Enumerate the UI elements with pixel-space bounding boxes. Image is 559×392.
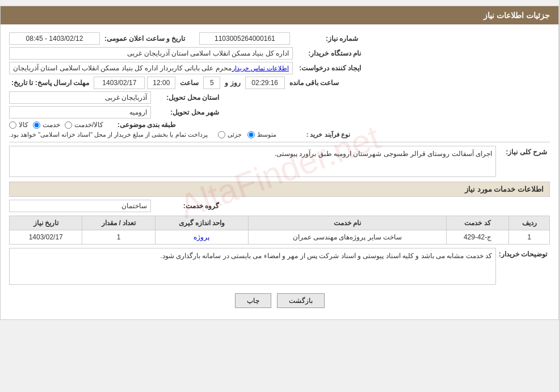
buyer-desc-value: کد خدمت مشابه می باشد و کلیه اسناد پیوست…: [9, 248, 496, 285]
gorooh-khadmat-label: گروه خدمت:: [151, 202, 219, 210]
nam-dastgah-row: نام دستگاه خریدار: اداره کل بنیاد مسکن ا…: [9, 47, 550, 60]
back-button[interactable]: بازگشت: [277, 293, 325, 308]
shahr-row: شهر محل تحویل: ارومیه: [9, 106, 550, 119]
ostan-label: استان محل تحویل:: [151, 94, 219, 102]
cell-radif: 1: [509, 230, 550, 245]
page-title: جزئیات اطلاعات نیاز: [484, 11, 550, 20]
tabaqe-khadmat-radio[interactable]: [33, 121, 40, 129]
tabaqe-khadmat-label: خدمت: [43, 121, 60, 129]
mohlat-row: ساعت باقی مانده 02:29:16 روز و 5 ساعت 12…: [9, 77, 550, 89]
tabaqe-kala-label: کالا: [19, 121, 28, 129]
shomara-niaz-label: شماره نیاز:: [290, 35, 358, 43]
col-vahed: واحد اندازه گیری: [155, 216, 248, 230]
print-button[interactable]: چاپ: [235, 293, 271, 308]
mohlat-rooz-label: روز و: [225, 79, 240, 87]
col-kod: کد خدمت: [446, 216, 509, 230]
gorooh-khadmat-row: گروه خدمت: ساختمان: [9, 200, 550, 212]
mohlat-date-value: 1403/02/17: [94, 77, 145, 89]
buyer-desc-content: کد خدمت مشابه می باشد و کلیه اسناد پیوست…: [9, 248, 496, 285]
sharh-koli-content: اجرای آسفالت روستای قرالر طسوجی شهرستان …: [9, 146, 496, 177]
buyer-desc-label: توضیحات خریدار:: [496, 248, 547, 258]
col-nam: نام خدمت: [249, 216, 447, 230]
ijad-konande-text: محرم علی باباتی کاربردار اداره کل بنیاد …: [13, 64, 232, 72]
shahr-label: شهر محل تحویل:: [151, 108, 219, 116]
mohlat-saat-value: 12:00: [147, 77, 175, 89]
tarikh-label: تاریخ و ساعت اعلان عمومی:: [104, 35, 185, 43]
mohlat-rooz-value: 5: [203, 77, 220, 89]
tabaqe-row: طبقه بندی موضوعی: کالا/خدمت خدمت کالا: [9, 121, 550, 129]
buyer-desc-row: توضیحات خریدار: کد خدمت مشابه می باشد و …: [9, 248, 550, 285]
col-radif: ردیف: [509, 216, 550, 230]
col-tarikh: تاریخ نیاز: [10, 216, 82, 230]
nooe-farayand-text: پرداخت تمام یا بخشی از مبلغ خریدار از مح…: [9, 131, 208, 138]
services-table: ردیف کد خدمت نام خدمت واحد اندازه گیری ت…: [9, 216, 550, 245]
page-header: جزئیات اطلاعات نیاز: [1, 6, 558, 24]
khadamat-section-title: اطلاعات خدمات مورد نیاز: [9, 182, 550, 197]
gorooh-khadmat-value: ساختمان: [9, 200, 151, 212]
nooe-motavaset-label: متوسط: [257, 131, 276, 138]
mohlat-main-label: مهلت ارسال پاسخ: تا تاریخ:: [11, 79, 89, 87]
cell-tarikh: 1403/02/17: [10, 230, 82, 245]
sharh-koli-value: اجرای آسفالت روستای قرالر طسوجی شهرستان …: [9, 146, 496, 177]
mohlat-mande-label: ساعت باقی مانده: [289, 79, 339, 87]
col-tedad: تعداد / مقدار: [82, 216, 155, 230]
tarikh-value: 1403/02/12 - 08:45: [9, 32, 100, 45]
mohlat-saat-label: ساعت: [180, 79, 199, 87]
nooe-jozii-label: جزئی: [228, 131, 242, 138]
tabaqe-kala-khadmat-label: کالا/خدمت: [74, 121, 103, 129]
cell-tedad: 1: [82, 230, 155, 245]
nooe-jozii-group: جزئی: [218, 131, 242, 138]
nooe-farayand-row: نوع فرآیند خرید : متوسط جزئی پرداخت تمام…: [9, 131, 550, 138]
ostan-row: استان محل تحویل: آذربایجان غربی: [9, 91, 550, 104]
cell-vahed: پروژه: [155, 230, 248, 245]
mohlat-mande-value: 02:29:16: [245, 77, 285, 89]
nooe-farayand-label: نوع فرآیند خرید :: [282, 131, 350, 138]
ijad-konande-value-box: اطلاعات تماس خریدار محرم علی باباتی کارب…: [9, 62, 293, 74]
sharh-koli-label: شرح کلی نیاز:: [496, 146, 547, 156]
nam-dastgah-label: نام دستگاه خریدار:: [293, 49, 361, 57]
nooe-jozii-radio[interactable]: [218, 131, 225, 138]
nam-dastgah-value: اداره کل بنیاد مسکن انقلاب اسلامی استان …: [9, 47, 293, 60]
divider1: [9, 142, 550, 142]
buttons-row: بازگشت چاپ: [9, 293, 550, 308]
ittilaat-tamas-link[interactable]: اطلاعات تماس خریدار: [232, 65, 289, 72]
ijad-konande-row: ایجاد کننده درخواست: اطلاعات تماس خریدار…: [9, 62, 550, 74]
tabaqe-label: طبقه بندی موضوعی:: [108, 121, 176, 129]
ijad-konande-label: ایجاد کننده درخواست:: [293, 64, 361, 72]
cell-kod: ج-42-429: [446, 230, 509, 245]
tabaqe-kala-khadmat-group: کالا/خدمت: [65, 121, 103, 129]
nooe-motavaset-group: متوسط: [247, 131, 276, 138]
table-row: 1 ج-42-429 ساخت سایر پروژه‌های مهندسی عم…: [10, 230, 550, 245]
tabaqe-khadmat-group: خدمت: [33, 121, 60, 129]
tabaqe-kala-khadmat-radio[interactable]: [65, 121, 72, 129]
tabaqe-kala-radio[interactable]: [9, 121, 16, 129]
sharh-koli-row: شرح کلی نیاز: اجرای آسفالت روستای قرالر …: [9, 146, 550, 177]
shomara-niaz-value: 1103005264000161: [199, 32, 290, 45]
shahr-value: ارومیه: [9, 106, 151, 119]
tabaqe-kala-group: کالا: [9, 121, 28, 129]
table-header-row: ردیف کد خدمت نام خدمت واحد اندازه گیری ت…: [10, 216, 550, 230]
nooe-motavaset-radio[interactable]: [247, 131, 255, 138]
shomara-niaz-row: شماره نیاز: 1103005264000161 تاریخ و ساع…: [9, 32, 550, 45]
ostan-value: آذربایجان غربی: [9, 91, 151, 104]
cell-nam: ساخت سایر پروژه‌های مهندسی عمران: [249, 230, 447, 245]
